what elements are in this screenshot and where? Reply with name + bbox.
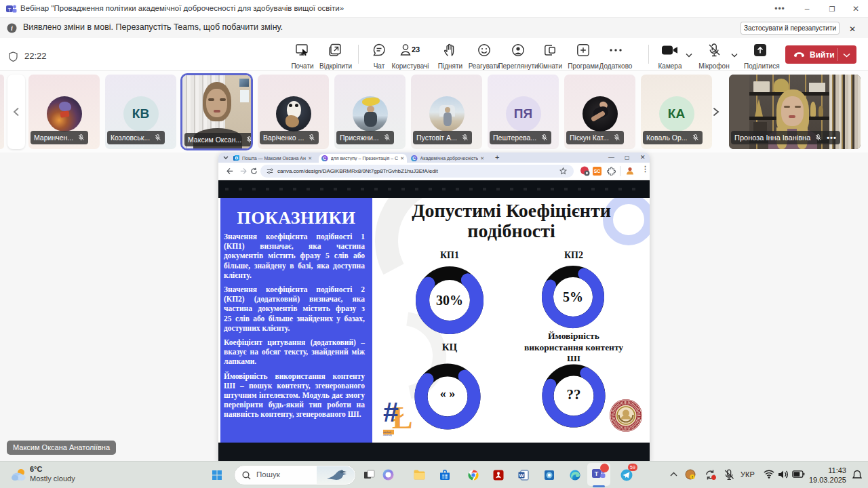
svg-text:W: W bbox=[519, 472, 524, 479]
svg-text:C: C bbox=[323, 156, 326, 161]
svg-text:!: ! bbox=[692, 475, 693, 479]
svg-text:T: T bbox=[8, 7, 12, 13]
svg-text:i: i bbox=[11, 24, 13, 32]
svg-text:C: C bbox=[412, 156, 416, 161]
svg-text:23: 23 bbox=[412, 45, 420, 54]
svg-text:T: T bbox=[595, 470, 599, 477]
